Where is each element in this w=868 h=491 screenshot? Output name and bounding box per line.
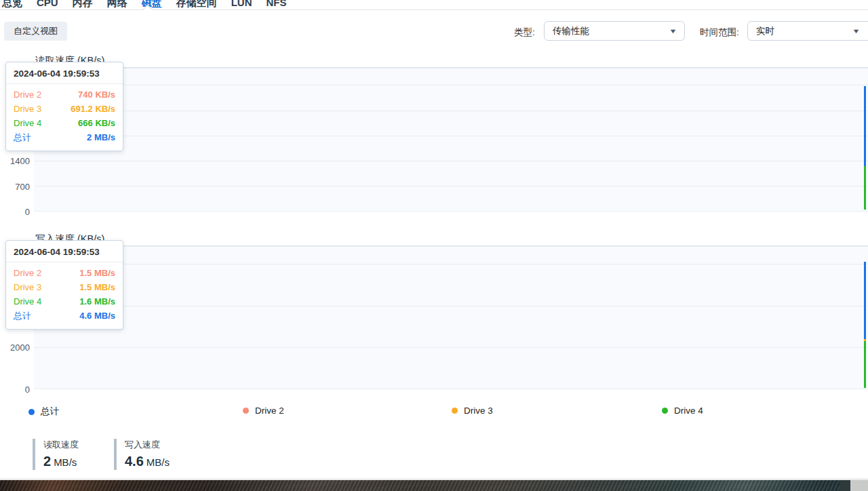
type-select-value: 传输性能 (553, 25, 589, 37)
stat-number: 4.6 (125, 454, 144, 469)
legend-label: Drive 2 (255, 406, 284, 416)
tooltip-series-value: 740 KB/s (78, 87, 115, 102)
legend-label: 总计 (41, 406, 59, 418)
tooltip-row: 总计2 MB/s (14, 130, 115, 144)
tooltip-series-label: Drive 3 (14, 102, 41, 116)
tooltip-series-label: Drive 4 (14, 116, 41, 130)
gridline (34, 161, 868, 161)
tooltip-series-label: Drive 2 (14, 87, 41, 102)
chart-tooltip: 2024-06-04 19:59:53 Drive 2740 KB/sDrive… (5, 62, 123, 151)
tab-总览[interactable]: 总览 (2, 0, 22, 10)
summary-stats: 读取速度 2MB/s 写入速度 4.6MB/s (33, 439, 175, 470)
legend-dot-icon (243, 408, 249, 414)
tooltip-timestamp: 2024-06-04 19:59:53 (6, 241, 123, 262)
gridline (34, 246, 868, 247)
stat-unit: MB/s (146, 456, 170, 468)
legend-dot-icon (662, 408, 668, 414)
tooltip-series-value: 4.6 MB/s (79, 309, 115, 323)
resource-monitor-window: 总览CPU内存网络磁盘存储空间LUNNFS 自定义视图 类型: 传输性能 ▼ 时… (0, 0, 868, 491)
gridline (34, 136, 868, 136)
tooltip-series-label: Drive 2 (14, 266, 41, 280)
chart-legend: 总计Drive 2Drive 3Drive 4 (0, 406, 868, 419)
y-axis-tick-label: 700 (15, 181, 30, 191)
gridline (34, 264, 868, 264)
tooltip-rows: Drive 21.5 MB/sDrive 31.5 MB/sDrive 41.6… (6, 262, 123, 329)
tooltip-series-label: 总计 (14, 130, 31, 144)
type-label: 类型: (514, 26, 535, 39)
write-speed-stat: 写入速度 4.6MB/s (114, 439, 175, 470)
tooltip-series-value: 1.6 MB/s (79, 294, 115, 309)
tab-存储空间[interactable]: 存储空间 (176, 0, 217, 10)
y-axis-tick-label: 2000 (10, 342, 30, 353)
gridline (34, 347, 868, 348)
tooltip-series-label: 总计 (14, 309, 31, 323)
tooltip-series-value: 2 MB/s (87, 130, 115, 144)
desktop-light-block (850, 480, 868, 491)
y-axis-tick-label: 0 (25, 385, 30, 395)
tooltip-series-label: Drive 4 (14, 294, 41, 309)
time-range-select-value: 实时 (756, 25, 774, 37)
y-axis-tick-label: 1400 (10, 156, 30, 166)
time-range-label: 时间范围: (700, 26, 739, 39)
tab-list: 总览CPU内存网络磁盘存储空间LUNNFS (0, 0, 868, 10)
tooltip-row: Drive 41.6 MB/s (14, 294, 115, 309)
stat-value: 4.6MB/s (125, 454, 175, 470)
gridline (34, 306, 868, 307)
tab-LUN[interactable]: LUN (231, 0, 252, 10)
stat-value: 2MB/s (43, 454, 94, 470)
read-speed-stat: 读取速度 2MB/s (33, 439, 94, 470)
tooltip-series-value: 691.2 KB/s (71, 102, 115, 116)
custom-view-button[interactable]: 自定义视图 (4, 22, 67, 41)
tooltip-row: Drive 4666 KB/s (14, 116, 115, 130)
tooltip-row: 总计4.6 MB/s (14, 309, 115, 323)
chart-plot-area[interactable] (34, 67, 868, 212)
tooltip-row: Drive 31.5 MB/s (14, 280, 115, 294)
stat-label: 写入速度 (125, 439, 175, 451)
series-line-segment (864, 166, 866, 210)
chart-tooltip: 2024-06-04 19:59:53 Drive 21.5 MB/sDrive… (5, 240, 123, 330)
gridline (34, 186, 868, 186)
legend-label: Drive 4 (674, 406, 703, 416)
tooltip-row: Drive 3691.2 KB/s (14, 102, 115, 116)
tooltip-series-label: Drive 3 (14, 280, 41, 294)
legend-dot-icon (452, 408, 458, 414)
y-axis-tick-label: 0 (25, 207, 30, 217)
tooltip-timestamp: 2024-06-04 19:59:53 (6, 62, 123, 84)
tab-网络[interactable]: 网络 (107, 0, 127, 10)
desktop-wallpaper-strip (0, 480, 868, 491)
legend-item-Drive 3[interactable]: Drive 3 (452, 406, 493, 416)
desktop-wallpaper-dark-block (840, 480, 850, 491)
tab-NFS[interactable]: NFS (267, 0, 287, 10)
series-line-segment (864, 341, 866, 388)
legend-dot-icon (28, 409, 35, 415)
legend-item-总计[interactable]: 总计 (28, 406, 59, 418)
legend-item-Drive 2[interactable]: Drive 2 (243, 406, 284, 416)
stat-label: 读取速度 (43, 439, 94, 451)
time-range-select[interactable]: 实时 ▼ (747, 21, 868, 41)
gridline (34, 389, 868, 389)
tab-内存[interactable]: 内存 (73, 0, 93, 10)
gridline (34, 211, 868, 212)
tooltip-series-value: 1.5 MB/s (79, 266, 115, 280)
gridline (34, 68, 868, 68)
chevron-down-icon: ▼ (852, 28, 860, 35)
write-speed-chart: 写入速度 (KB/s) 68656000400020000 2024-06-04… (0, 233, 868, 389)
chevron-down-icon: ▼ (669, 28, 677, 35)
gridline (34, 111, 868, 111)
tab-CPU[interactable]: CPU (37, 0, 58, 10)
tooltip-series-value: 666 KB/s (78, 116, 115, 130)
series-line-segment (864, 262, 866, 339)
stat-number: 2 (43, 454, 51, 469)
chart-plot-area[interactable] (34, 246, 868, 389)
legend-label: Drive 3 (464, 406, 493, 416)
stat-unit: MB/s (54, 456, 77, 468)
tooltip-row: Drive 21.5 MB/s (14, 266, 115, 280)
tooltip-rows: Drive 2740 KB/sDrive 3691.2 KB/sDrive 46… (6, 84, 123, 151)
tooltip-series-value: 1.5 MB/s (79, 280, 115, 294)
tooltip-row: Drive 2740 KB/s (14, 87, 115, 102)
series-line-segment (864, 86, 866, 166)
read-speed-chart: 读取速度 (KB/s) 398135002800210014007000 202… (0, 54, 868, 212)
tab-bar: 总览CPU内存网络磁盘存储空间LUNNFS (0, 0, 868, 10)
legend-item-Drive 4[interactable]: Drive 4 (662, 406, 703, 416)
type-select[interactable]: 传输性能 ▼ (544, 21, 685, 41)
